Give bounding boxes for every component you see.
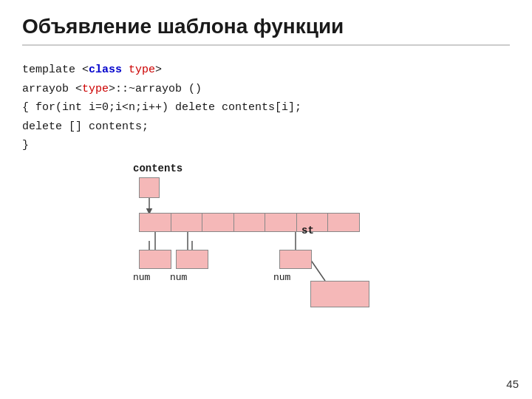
ptr-box-top: [139, 177, 160, 198]
code-arrayob-prefix: arrayob: [22, 83, 75, 95]
code-line-5: }: [22, 136, 510, 155]
label-st: st: [301, 225, 314, 236]
array-cell-2: [202, 213, 234, 232]
svg-line-6: [310, 259, 325, 281]
sub-box-num2: [176, 250, 208, 269]
slide: Объявление шаблона функции template <cla…: [0, 0, 532, 399]
array-cell-6: [327, 213, 360, 232]
code-block: template <class type> arrayob <type>::~a…: [22, 61, 510, 155]
array-cell-1: [171, 213, 203, 232]
sub-box-num3: [279, 250, 312, 269]
code-arrayob-suffix: ::~arrayob (): [115, 83, 202, 95]
code-type-keyword: type: [82, 83, 109, 95]
page-number: 45: [506, 378, 519, 390]
code-angle-close: >: [155, 64, 162, 76]
label-contents: contents: [133, 163, 183, 174]
code-template-keyword: template: [22, 64, 82, 76]
code-type-param: type: [129, 64, 155, 76]
code-class-keyword: class: [89, 64, 129, 76]
array-cell-3: [233, 213, 266, 232]
diagram: contents st num num num: [89, 163, 502, 310]
code-type-bracket: <: [75, 83, 82, 95]
code-line-4: delete [] contents;: [22, 117, 510, 137]
code-angle-open: <: [82, 64, 89, 76]
code-line-3: { for(int i=0;i<n;i++) delete contents[i…: [22, 98, 510, 117]
code-line-2: arrayob <type>::~arrayob (): [22, 80, 510, 99]
code-type-bracket-close: >: [109, 83, 115, 95]
array-row: [139, 213, 359, 232]
label-num1: num: [133, 272, 150, 283]
array-cell-4: [265, 213, 297, 232]
sub-box-num1: [139, 250, 171, 269]
label-num3: num: [273, 272, 290, 283]
code-line-1: template <class type>: [22, 61, 510, 80]
bottom-box: [310, 281, 369, 307]
label-num2: num: [170, 272, 187, 283]
array-cell-0: [139, 213, 171, 232]
slide-title: Объявление шаблона функции: [22, 15, 510, 46]
